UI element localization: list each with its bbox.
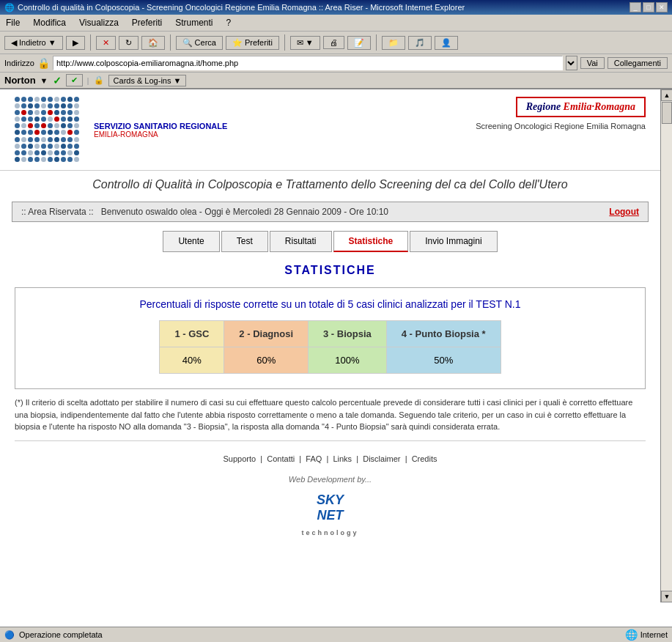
forward-arrow-icon: ▶ (73, 38, 78, 48)
norton-logo: Norton (4, 75, 36, 86)
stats-box: Percentuali di risposte corrette su un t… (15, 287, 646, 389)
address-label: Indirizzo (4, 59, 34, 67)
page-title: Controllo di Qualità in Colposcopia e Tr… (0, 171, 660, 199)
skynet-sub: technology (301, 529, 358, 536)
separator-4 (376, 34, 377, 51)
folder-icon: 📁 (388, 38, 399, 48)
separator-1 (90, 34, 91, 51)
link-supporto[interactable]: Supporto (224, 454, 256, 463)
menu-modifica[interactable]: Modifica (30, 16, 69, 29)
link-credits[interactable]: Credits (412, 454, 437, 463)
edit-button[interactable]: 📝 (347, 36, 371, 50)
table-row: 40% 60% 100% 50% (160, 347, 501, 374)
search-icon: 🔍 (182, 38, 193, 48)
refresh-icon: ↻ (125, 38, 132, 48)
folders-button[interactable]: 📁 (382, 36, 405, 50)
scroll-down-button[interactable]: ▼ (661, 591, 672, 602)
area-label: :: Area Riservata :: Benvenuto oswaldo o… (21, 207, 388, 217)
links-button[interactable]: Collegamenti (608, 57, 668, 69)
go-button[interactable]: Vai (580, 57, 605, 69)
cards-loggins-button[interactable]: Cards & Log-ins ▼ (108, 75, 187, 86)
window-title: Controllo di qualità in Colposcopia - Sc… (18, 3, 465, 12)
norton-dropdown-icon: ▼ (40, 76, 48, 85)
tab-invio-immagini[interactable]: Invio Immagini (410, 231, 497, 252)
page-header: SERVIZIO SANITARIO REGIONALE EMILIA-ROMA… (0, 89, 660, 171)
menu-file[interactable]: File (3, 16, 23, 29)
scroll-up-button[interactable]: ▲ (661, 89, 672, 101)
menu-strumenti[interactable]: Strumenti (172, 16, 215, 29)
content-area: SERVIZIO SANITARIO REGIONALE EMILIA-ROMA… (0, 89, 672, 602)
webdev-text: Web Development by... (0, 469, 660, 490)
skynet-logo: SKY NET technology (0, 490, 660, 542)
stop-icon: ✕ (103, 38, 109, 48)
forward-button[interactable]: ▶ (66, 36, 85, 50)
servizio-title: SERVIZIO SANITARIO REGIONALE (94, 122, 227, 130)
value-biopsia: 100% (309, 347, 387, 374)
media-button[interactable]: 🎵 (408, 36, 432, 50)
logo-right: Regione Emilia·Romagna Screening Oncolog… (476, 97, 646, 130)
col-header-diagnosi: 2 - Diagnosi (224, 321, 309, 347)
region-logo: Regione Emilia·Romagna (516, 97, 646, 117)
link-contatti[interactable]: Contatti (267, 454, 295, 463)
dropdown-arrow-icon: ▼ (48, 38, 56, 47)
footer-links: Supporto | Contatti | FAQ | Links | Disc… (0, 449, 660, 469)
menu-help[interactable]: ? (224, 16, 235, 29)
tab-test[interactable]: Test (221, 231, 268, 252)
refresh-button[interactable]: ↻ (119, 36, 139, 50)
stop-button[interactable]: ✕ (96, 36, 116, 50)
address-dropdown[interactable] (566, 56, 577, 70)
screening-text: Screening Oncologici Regione Emilia Roma… (476, 122, 646, 130)
stats-header: Percentuali di risposte corrette su un t… (23, 295, 638, 313)
tab-utente[interactable]: Utente (163, 231, 219, 252)
search-button[interactable]: 🔍 Cerca (176, 36, 223, 50)
tab-risultati[interactable]: Risultati (270, 231, 332, 252)
print-icon: 🖨 (330, 38, 338, 47)
statistics-table: 1 - GSC 2 - Diagnosi 3 - Biopsia 4 - Pun… (159, 320, 501, 374)
logout-button[interactable]: Logout (609, 207, 639, 217)
address-bar: Indirizzo 🔒 Vai Collegamenti (0, 54, 672, 73)
scroll-track[interactable] (661, 101, 672, 591)
lock-icon-norton: 🔒 (94, 75, 104, 85)
back-button[interactable]: ◀ Indietro ▼ (4, 36, 63, 50)
edit-icon: 📝 (354, 38, 364, 48)
value-punto: 50% (386, 347, 501, 374)
back-arrow-icon: ◀ (11, 38, 17, 48)
mail-button[interactable]: ✉ ▼ (290, 36, 320, 50)
user-button[interactable]: 👤 (435, 36, 458, 50)
footer-divider (15, 440, 646, 441)
favorites-button[interactable]: ⭐ Preferiti (226, 36, 279, 50)
menu-visualizza[interactable]: Visualizza (76, 16, 122, 29)
home-button[interactable]: 🏠 (141, 36, 165, 50)
mail-icon: ✉ (297, 38, 303, 48)
check-circle-icon: ✔ (71, 75, 78, 84)
scroll-thumb[interactable] (662, 102, 672, 124)
col-header-punto: 4 - Punto Biopsia * (386, 321, 501, 347)
menu-preferiti[interactable]: Preferiti (129, 16, 165, 29)
ie-icon: 🌐 (4, 3, 15, 12)
tab-statistiche[interactable]: Statistiche (333, 231, 409, 252)
star-icon: ⭐ (232, 38, 243, 48)
link-faq[interactable]: FAQ (306, 454, 322, 463)
emilia-text: EMILIA-ROMAGNA (94, 130, 227, 139)
link-links[interactable]: Links (333, 454, 352, 463)
title-bar: 🌐 Controllo di qualità in Colposcopia - … (0, 0, 672, 15)
value-diagnosi: 60% (224, 347, 309, 374)
norton-bar: Norton ▼ ✓ ✔ | 🔒 Cards & Log-ins ▼ (0, 73, 672, 89)
print-button[interactable]: 🖨 (323, 36, 344, 49)
logo-left: SERVIZIO SANITARIO REGIONALE EMILIA-ROMA… (15, 97, 227, 163)
user-icon: 👤 (441, 38, 451, 48)
minimize-button[interactable]: _ (629, 2, 641, 12)
close-button[interactable]: ✕ (656, 2, 668, 12)
col-header-biopsia: 3 - Biopsia (309, 321, 387, 347)
norton-check-icon: ✓ (53, 75, 62, 86)
toolbar: ◀ Indietro ▼ ▶ ✕ ↻ 🏠 🔍 Cerca ⭐ Preferiti… (0, 32, 672, 54)
address-input[interactable] (53, 56, 563, 70)
maximize-button[interactable]: □ (643, 2, 654, 12)
section-title: STATISTICHE (0, 258, 660, 283)
col-header-gsc: 1 - GSC (160, 321, 224, 347)
value-gsc: 40% (160, 347, 224, 374)
link-disclaimer[interactable]: Disclaimer (363, 454, 400, 463)
area-bar: :: Area Riservata :: Benvenuto oswaldo o… (12, 202, 649, 222)
norton-check-button[interactable]: ✔ (66, 74, 83, 86)
home-icon: 🏠 (148, 38, 158, 48)
